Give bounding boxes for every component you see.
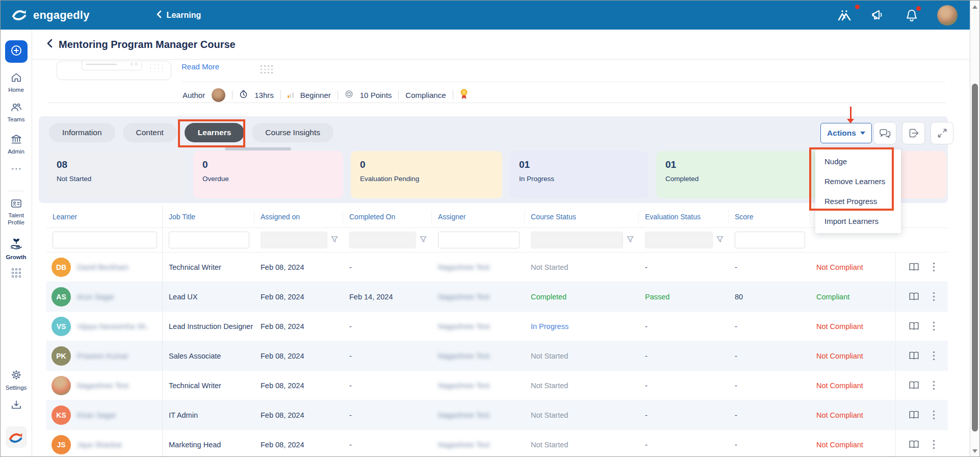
read-more-link[interactable]: Read More <box>182 62 219 71</box>
sidebar-item-teams[interactable]: Teams <box>1 103 32 123</box>
completed-on-cell: Feb 14, 2024 <box>343 293 432 301</box>
filter-evaluation-status-field[interactable] <box>645 232 713 248</box>
menu-item-nudge[interactable]: Nudge <box>815 151 901 171</box>
clock-icon <box>239 90 248 100</box>
evaluation-status-cell: - <box>639 322 729 331</box>
stats-scrollbar[interactable] <box>225 147 291 150</box>
funnel-icon[interactable] <box>627 236 634 245</box>
divider <box>47 103 946 103</box>
actions-button[interactable]: Actions <box>820 123 872 143</box>
learner-cell[interactable]: KS Kiran Sagar <box>46 400 163 429</box>
community-icon[interactable] <box>836 8 853 23</box>
course-report-button[interactable] <box>909 263 919 271</box>
announcements-icon[interactable] <box>870 8 886 23</box>
apps-grid-icon <box>12 268 21 277</box>
table-row: AS Arun Sagar Lead UX Feb 08, 2024 Feb 1… <box>46 282 948 312</box>
learner-cell[interactable]: AS Arun Sagar <box>46 282 163 311</box>
course-report-button[interactable] <box>909 440 919 449</box>
filter-learner-input[interactable] <box>53 232 157 248</box>
score-cell: 80 <box>729 293 810 301</box>
divider <box>182 82 945 82</box>
col-header-assigner[interactable]: Assigner <box>432 210 525 223</box>
learner-cell[interactable]: DB David Beckham <box>46 252 163 282</box>
tab-information[interactable]: Information <box>49 123 115 142</box>
kebab-menu-icon[interactable] <box>933 410 935 420</box>
filter-assigner-input[interactable] <box>438 232 520 248</box>
learner-cell[interactable]: PK Praveen Kumar <box>46 341 163 370</box>
back-chevron-icon[interactable] <box>46 39 53 50</box>
tab-learners[interactable]: Learners <box>185 123 244 142</box>
create-button[interactable] <box>5 40 28 63</box>
course-report-button[interactable] <box>909 351 919 360</box>
job-title-cell: Sales Associate <box>163 352 254 360</box>
course-report-button[interactable] <box>909 292 919 301</box>
filter-score-input[interactable] <box>735 232 805 248</box>
course-report-button[interactable] <box>909 322 919 331</box>
drag-handle-icon[interactable] <box>261 65 273 73</box>
learner-name: Kiran Sagar <box>77 411 116 419</box>
sidebar-item-talent-profile[interactable]: Talent Profile <box>1 199 32 226</box>
course-report-button[interactable] <box>909 411 919 419</box>
menu-item-import-learners[interactable]: Import Learners <box>815 211 901 231</box>
kebab-menu-icon[interactable] <box>933 292 935 301</box>
brand-logo[interactable]: engagedly <box>12 8 90 23</box>
funnel-icon[interactable] <box>716 236 724 245</box>
table-row: PK Praveen Kumar Sales Associate Feb 08,… <box>46 341 948 371</box>
stat-label: Evaluation Pending <box>360 175 493 183</box>
filter-course-status-field[interactable] <box>531 232 623 248</box>
filter-job-title-input[interactable] <box>169 232 249 248</box>
user-avatar[interactable] <box>937 5 958 26</box>
growth-icon <box>10 238 23 252</box>
window-scrollbar[interactable] <box>970 1 979 457</box>
sidebar-item-settings[interactable]: Settings <box>1 369 32 391</box>
col-header-assigned-on[interactable]: Assigned on <box>254 210 343 223</box>
score-cell: - <box>729 411 810 419</box>
col-header-learner[interactable]: Learner <box>46 206 163 227</box>
assigner-cell: Nagashree Test <box>432 441 525 449</box>
expand-button[interactable] <box>931 122 953 144</box>
col-header-score[interactable]: Score <box>729 210 810 223</box>
assigned-on-cell: Feb 08, 2024 <box>254 352 343 360</box>
kebab-menu-icon[interactable] <box>933 321 935 331</box>
author-avatar[interactable] <box>212 88 225 102</box>
course-points: 10 Points <box>360 91 392 99</box>
col-header-completed-on[interactable]: Completed On <box>343 210 432 223</box>
menu-item-remove-learners[interactable]: Remove Learners <box>815 171 901 191</box>
scroll-down-arrow[interactable] <box>972 449 977 453</box>
learner-cell[interactable]: VS Vijaya Narasimha Sh.. <box>46 312 163 341</box>
engagedly-mini-logo[interactable] <box>6 426 27 448</box>
kebab-menu-icon[interactable] <box>933 351 935 361</box>
page-header: Mentoring Program Manager Course <box>32 30 970 60</box>
sidebar-item-download[interactable] <box>1 400 32 412</box>
funnel-icon[interactable] <box>420 236 427 245</box>
sidebar-item-growth[interactable]: Growth <box>1 238 32 261</box>
breadcrumb[interactable]: Learning <box>156 10 201 20</box>
funnel-icon[interactable] <box>331 236 338 245</box>
scrollbar-thumb[interactable] <box>972 84 978 431</box>
learner-name: David Beckham <box>77 263 129 271</box>
tab-content[interactable]: Content <box>123 123 177 142</box>
scroll-up-arrow[interactable] <box>972 5 977 9</box>
tab-course-insights[interactable]: Course Insights <box>252 123 333 142</box>
filter-completed-on-field[interactable] <box>349 232 416 248</box>
discussions-button[interactable] <box>873 122 896 144</box>
filter-assigned-on-field[interactable] <box>261 232 327 248</box>
kebab-menu-icon[interactable] <box>933 440 935 449</box>
sidebar-item-home[interactable]: Home <box>1 72 32 93</box>
col-header-job-title[interactable]: Job Title <box>163 210 254 223</box>
menu-item-reset-progress[interactable]: Reset Progress <box>815 191 901 211</box>
export-button[interactable] <box>902 122 925 144</box>
kebab-menu-icon[interactable] <box>933 262 935 272</box>
col-header-course-status[interactable]: Course Status <box>525 210 639 223</box>
course-report-button[interactable] <box>909 381 919 390</box>
evaluation-status-cell: - <box>639 441 729 449</box>
col-header-evaluation-status[interactable]: Evaluation Status <box>639 210 729 223</box>
bell-icon[interactable] <box>904 8 920 23</box>
sidebar-item-admin[interactable]: Admin <box>1 134 32 155</box>
level-icon <box>288 92 294 98</box>
learner-cell[interactable]: Nagashree Test <box>46 371 163 400</box>
learner-cell[interactable]: JS Jaya Shankar <box>46 430 163 457</box>
sidebar-item-apps[interactable] <box>1 268 32 277</box>
sidebar-item-more[interactable] <box>1 163 32 172</box>
kebab-menu-icon[interactable] <box>933 380 935 390</box>
